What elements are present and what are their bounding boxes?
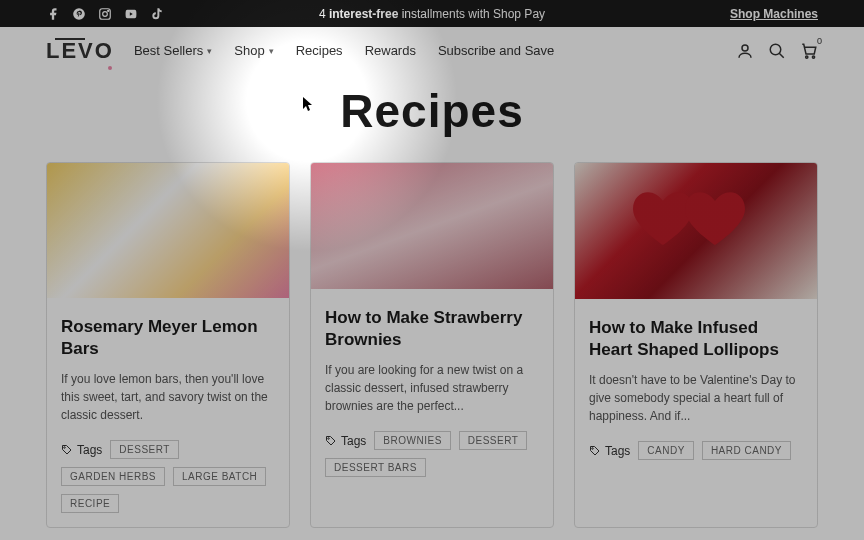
pinterest-icon[interactable]	[72, 7, 86, 21]
recipe-excerpt: If you love lemon bars, then you'll love…	[61, 370, 275, 424]
announcement-bar: 4 interest-free installments with Shop P…	[0, 0, 864, 27]
header: LEVO Best Sellers▾ Shop▾ Recipes Rewards…	[0, 27, 864, 74]
svg-point-10	[328, 437, 330, 439]
nav-recipes[interactable]: Recipes	[296, 43, 343, 58]
shop-machines-link[interactable]: Shop Machines	[730, 7, 818, 21]
nav-best-sellers[interactable]: Best Sellers▾	[134, 43, 212, 58]
recipe-title: Rosemary Meyer Lemon Bars	[61, 316, 275, 360]
svg-point-5	[770, 44, 781, 55]
cart-count-badge: 0	[817, 36, 822, 46]
recipe-excerpt: It doesn't have to be Valentine's Day to…	[589, 371, 803, 425]
svg-point-9	[64, 446, 66, 448]
announcement-text: 4 interest-free installments with Shop P…	[319, 7, 545, 21]
tag[interactable]: DESSERT BARS	[325, 458, 426, 477]
chevron-down-icon: ▾	[269, 46, 274, 56]
svg-point-11	[592, 447, 594, 449]
tag[interactable]: RECIPE	[61, 494, 119, 513]
recipe-image	[311, 163, 553, 289]
recipe-excerpt: If you are looking for a new twist on a …	[325, 361, 539, 415]
social-icons	[46, 7, 164, 21]
tag[interactable]: DESSERT	[459, 431, 528, 450]
tag-icon	[325, 435, 337, 447]
page-title: Recipes	[0, 84, 864, 138]
svg-point-4	[742, 45, 748, 51]
tags-row: Tags BROWNIES DESSERT DESSERT BARS	[325, 431, 539, 477]
tag[interactable]: GARDEN HERBS	[61, 467, 165, 486]
recipe-card[interactable]: How to Make Strawberry Brownies If you a…	[310, 162, 554, 528]
recipes-grid: Rosemary Meyer Lemon Bars If you love le…	[0, 162, 864, 528]
recipe-card[interactable]: Rosemary Meyer Lemon Bars If you love le…	[46, 162, 290, 528]
youtube-icon[interactable]	[124, 7, 138, 21]
recipe-card[interactable]: How to Make Infused Heart Shaped Lollipo…	[574, 162, 818, 528]
recipe-title: How to Make Infused Heart Shaped Lollipo…	[589, 317, 803, 361]
instagram-icon[interactable]	[98, 7, 112, 21]
svg-point-8	[812, 55, 814, 57]
search-icon[interactable]	[768, 42, 786, 60]
cart-icon[interactable]: 0	[800, 42, 818, 60]
tag-icon	[61, 444, 73, 456]
tag-icon	[589, 445, 601, 457]
tiktok-icon[interactable]	[150, 7, 164, 21]
header-actions: 0	[736, 42, 818, 60]
main-nav: Best Sellers▾ Shop▾ Recipes Rewards Subs…	[134, 43, 554, 58]
recipe-image	[47, 163, 289, 298]
chevron-down-icon: ▾	[207, 46, 212, 56]
tag[interactable]: HARD CANDY	[702, 441, 791, 460]
recipe-image	[575, 163, 817, 299]
tag[interactable]: LARGE BATCH	[173, 467, 266, 486]
nav-subscribe[interactable]: Subscribe and Save	[438, 43, 554, 58]
tags-row: Tags CANDY HARD CANDY	[589, 441, 803, 460]
nav-shop[interactable]: Shop▾	[234, 43, 273, 58]
svg-line-6	[779, 53, 784, 58]
svg-point-7	[806, 55, 808, 57]
nav-rewards[interactable]: Rewards	[365, 43, 416, 58]
svg-point-2	[103, 11, 108, 16]
tag[interactable]: CANDY	[638, 441, 694, 460]
tag[interactable]: BROWNIES	[374, 431, 450, 450]
account-icon[interactable]	[736, 42, 754, 60]
facebook-icon[interactable]	[46, 7, 60, 21]
logo[interactable]: LEVO	[46, 38, 114, 64]
tag[interactable]: DESSERT	[110, 440, 179, 459]
tags-row: Tags DESSERT GARDEN HERBS LARGE BATCH RE…	[61, 440, 275, 513]
recipe-title: How to Make Strawberry Brownies	[325, 307, 539, 351]
svg-point-3	[108, 10, 109, 11]
